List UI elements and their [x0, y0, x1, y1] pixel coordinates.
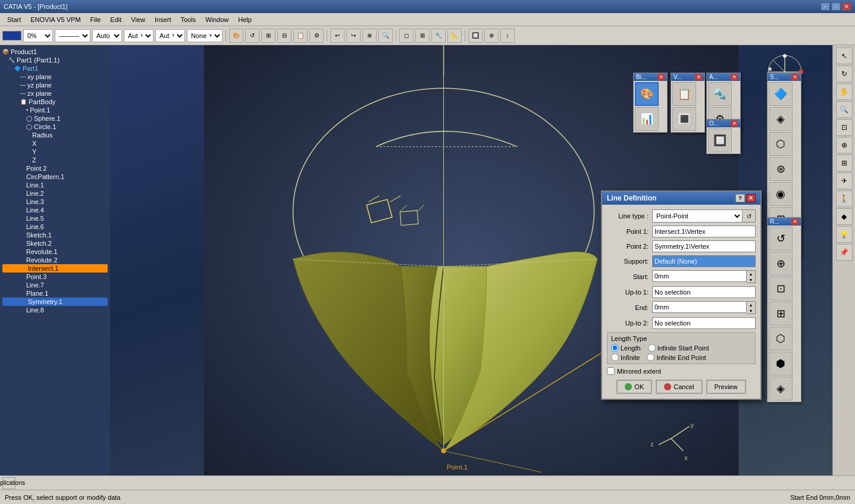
radio-infinite-end[interactable]: Infinite End Point [647, 353, 706, 361]
tree-item-sketch2[interactable]: Sketch.2 [2, 239, 108, 248]
tree-item-xyplane[interactable]: — xy plane [2, 73, 108, 81]
menu-insert[interactable]: Insert [150, 15, 176, 24]
start-spin-down[interactable]: ▼ [747, 277, 755, 283]
close-button[interactable]: ✕ [842, 2, 851, 11]
r-btn-1[interactable]: ↺ [769, 227, 793, 251]
dialog-help-button[interactable]: ? [735, 194, 745, 202]
radio-infinite-start[interactable]: Infinite Start Point [648, 344, 709, 352]
tb-btn-1[interactable]: 🎨 [229, 29, 243, 43]
s-btn-3[interactable]: ⬡ [769, 132, 793, 156]
tree-item-product1[interactable]: 📦 Product1 [2, 48, 108, 56]
tree-item-zxplane[interactable]: — zx plane [2, 89, 108, 98]
tree-item-y[interactable]: Y [2, 148, 108, 156]
menu-enovia[interactable]: ENOVIA V5 VPM [26, 15, 85, 24]
r-btn-4[interactable]: ⊞ [769, 302, 793, 325]
auto1-select[interactable]: Auto [92, 29, 122, 42]
v-btn-2[interactable]: 🔳 [672, 107, 696, 131]
r-btn-2[interactable]: ⊕ [769, 252, 793, 276]
percent-select[interactable]: 0% [23, 29, 53, 42]
menu-window[interactable]: Window [201, 15, 233, 24]
rt-btn-multiv[interactable]: ⊞ [836, 155, 853, 171]
tree-item-intersect1[interactable]: Intersect.1 [2, 264, 108, 273]
dialog-close-button[interactable]: ✕ [746, 194, 756, 202]
o-btn-1[interactable]: 🔲 [708, 129, 732, 152]
radio-infinite-input[interactable] [611, 353, 619, 361]
tree-item-circpattern1[interactable]: CircPattern.1 [2, 173, 108, 181]
radio-infinite-start-input[interactable] [648, 344, 656, 352]
preview-button[interactable]: Preview [706, 380, 746, 394]
r-btn-6[interactable]: ⬢ [769, 352, 793, 375]
rt-btn-zoom[interactable]: 🔍 [836, 101, 853, 118]
tb-btn-4[interactable]: ⊟ [277, 29, 292, 43]
tree-item-line4[interactable]: Line.4 [2, 206, 108, 214]
tree-item-partbody[interactable]: 📋 PartBody [2, 98, 108, 106]
radio-infinite-end-input[interactable] [647, 353, 654, 361]
rt-btn-light[interactable]: 💡 [836, 226, 853, 243]
tree-item-revolute2[interactable]: Revolute.2 [2, 256, 108, 264]
tree-item-sketch1[interactable]: Sketch.1 [2, 231, 108, 239]
upto1-input[interactable] [652, 286, 756, 298]
tb-btn-13[interactable]: 🔧 [431, 29, 446, 43]
tree-item-yzplane[interactable]: — yz plane [2, 81, 108, 89]
tree-item-line3[interactable]: Line.3 [2, 198, 108, 206]
tb-btn-9[interactable]: ⊕ [362, 29, 377, 43]
line-type-select[interactable]: Point-Point Point-Direction Angle/Normal… [652, 209, 743, 223]
s-btn-5[interactable]: ◉ [769, 182, 793, 206]
menu-file[interactable]: File [86, 15, 106, 24]
menu-tools[interactable]: Tools [176, 15, 201, 24]
mirrored-checkbox[interactable] [607, 367, 615, 375]
rt-btn-fly[interactable]: ✈ [836, 173, 853, 189]
s-panel-close[interactable]: ✕ [791, 74, 798, 80]
tb-btn-6[interactable]: ⚙ [309, 29, 324, 43]
tree-item-radius[interactable]: Radius [2, 131, 108, 139]
tb-btn-15[interactable]: 🔲 [468, 29, 483, 43]
applications-button[interactable]: Applications [2, 477, 15, 489]
v-panel-close[interactable]: ✕ [695, 74, 702, 80]
tree-item-part1-body[interactable]: 🔷 Part1 [2, 64, 108, 73]
start-spin-up[interactable]: ▲ [747, 271, 755, 277]
cancel-button[interactable]: Cancel [656, 380, 702, 394]
tb-btn-2[interactable]: ↺ [245, 29, 259, 43]
maximize-button[interactable]: □ [831, 2, 841, 11]
menu-help[interactable]: Help [233, 15, 256, 24]
line-type-refresh-button[interactable]: ↺ [743, 209, 756, 223]
tb-btn-7[interactable]: ↩ [330, 29, 344, 43]
tree-item-revolute1[interactable]: Revolute.1 [2, 248, 108, 256]
v-btn-1[interactable]: 📋 [672, 82, 696, 106]
color-picker[interactable] [2, 31, 21, 40]
r-btn-3[interactable]: ⊡ [769, 277, 793, 300]
tb-btn-17[interactable]: ↕ [500, 29, 515, 43]
end-spin-down[interactable]: ▼ [747, 308, 755, 314]
rt-btn-cursor[interactable]: ↖ [836, 48, 853, 64]
none-select[interactable]: None ▼ [187, 29, 223, 42]
minimize-button[interactable]: − [820, 2, 830, 11]
bi-btn-2[interactable]: 📊 [635, 107, 659, 131]
r-btn-5[interactable]: ⬡ [769, 327, 793, 350]
tree-item-point2[interactable]: Point.2 [2, 164, 108, 173]
r-btn-7[interactable]: ◈ [769, 377, 793, 400]
tb-btn-8[interactable]: ↪ [346, 29, 361, 43]
tb-btn-16[interactable]: ⊕ [484, 29, 499, 43]
auto2-select[interactable]: Aut ▼ [124, 29, 154, 42]
support-input[interactable] [652, 255, 756, 267]
tree-item-line5[interactable]: Line.5 [2, 214, 108, 223]
tree-item-x[interactable]: X [2, 139, 108, 148]
tb-btn-14[interactable]: 📐 [447, 29, 462, 43]
s-btn-1[interactable]: 🔷 [769, 82, 793, 106]
tree-item-line7[interactable]: Line.7 [2, 281, 108, 289]
r-panel-close[interactable]: ✕ [791, 218, 798, 225]
tree-item-sphere1[interactable]: ◯ Sphere.1 [2, 114, 108, 123]
bi-panel-close[interactable]: ✕ [657, 74, 665, 80]
rt-btn-pan[interactable]: ✋ [836, 83, 853, 100]
point2-input[interactable] [652, 240, 756, 252]
radio-length-input[interactable] [611, 344, 619, 352]
bi-btn-1[interactable]: 🎨 [635, 82, 659, 106]
tb-btn-11[interactable]: ◻ [399, 29, 414, 43]
tree-item-point3[interactable]: Point.3 [2, 273, 108, 281]
rt-btn-walk[interactable]: 🚶 [836, 190, 853, 207]
tree-item-z[interactable]: Z [2, 156, 108, 164]
rt-btn-fit[interactable]: ⊡ [836, 119, 853, 136]
ok-button[interactable]: OK [616, 380, 652, 394]
menu-view[interactable]: View [126, 15, 150, 24]
rt-btn-normal[interactable]: ⊕ [836, 137, 853, 154]
